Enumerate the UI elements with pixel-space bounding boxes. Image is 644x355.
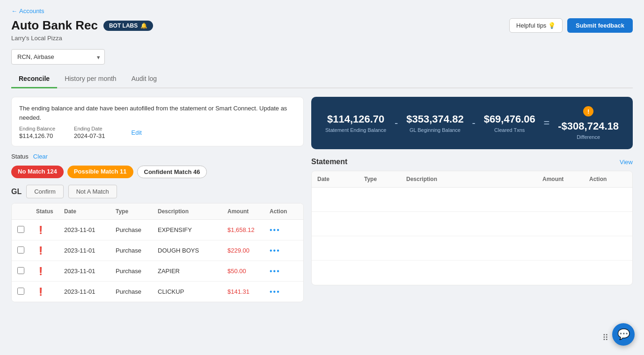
helpful-tips-button[interactable]: Helpful tips 💡 xyxy=(509,18,563,33)
col-status: Status xyxy=(36,208,64,215)
status-label: Status xyxy=(11,153,29,160)
stat-value-statement: $114,126.70 xyxy=(325,113,386,125)
account-dropdown[interactable]: RCN, Airbase xyxy=(11,49,105,65)
stmt-col-amount: Amount xyxy=(542,176,589,182)
tab-history[interactable]: History per month xyxy=(57,70,124,88)
row-type-1: Purchase xyxy=(116,226,158,233)
bot-labs-label: BOT LABS xyxy=(109,22,138,29)
possible-match-badge[interactable]: Possible Match 11 xyxy=(67,166,133,178)
info-message: The ending balance and date have been au… xyxy=(19,104,296,122)
table-row: ❗ 2023-11-01 Purchase ZAPIER $50.00 ••• xyxy=(12,261,303,282)
gl-table: Status Date Type Description Amount Acti… xyxy=(11,203,304,302)
stmt-col-date: Date xyxy=(317,176,364,182)
tab-audit[interactable]: Audit log xyxy=(124,70,164,88)
tab-reconcile[interactable]: Reconcile xyxy=(11,70,57,88)
stat-label-statement: Statement Ending Balance xyxy=(325,127,386,133)
row-desc-3: ZAPIER xyxy=(158,268,227,275)
table-row: ❗ 2023-11-01 Purchase DOUGH BOYS $229.00… xyxy=(12,240,303,261)
stmt-row-2 xyxy=(312,212,632,236)
row-desc-2: DOUGH BOYS xyxy=(158,247,227,254)
stat-label-gl: GL Beginning Balance xyxy=(406,127,463,133)
statement-table: Date Type Description Amount Action xyxy=(311,171,633,285)
error-icon-4: ❗ xyxy=(36,288,45,296)
filter-badges: No Match 124 Possible Match 11 Confident… xyxy=(11,166,304,178)
stat-value-cleared: $69,476.06 xyxy=(484,113,535,125)
more-icon-2[interactable]: ••• xyxy=(270,246,280,254)
bell-icon: 🔔 xyxy=(140,22,147,29)
stmt-col-desc: Description xyxy=(406,176,542,182)
row-checkbox-2[interactable] xyxy=(17,246,24,254)
col-description: Description xyxy=(158,208,227,215)
stmt-table-header: Date Type Description Amount Action xyxy=(312,171,632,188)
row-type-2: Purchase xyxy=(116,247,158,254)
col-action: Action xyxy=(270,208,298,215)
row-desc-1: EXPENSIFY xyxy=(158,226,227,233)
chat-fab-button[interactable]: 💬 xyxy=(612,323,635,346)
stat-difference: ! -$308,724.18 Difference xyxy=(558,106,619,140)
back-link[interactable]: Accounts xyxy=(11,7,44,14)
row-desc-4: CLICKUP xyxy=(158,288,227,295)
no-match-badge[interactable]: No Match 124 xyxy=(11,166,64,178)
bot-labs-badge: BOT LABS 🔔 xyxy=(103,21,153,31)
row-type-4: Purchase xyxy=(116,288,158,295)
info-box: The ending balance and date have been au… xyxy=(11,97,304,146)
row-amount-4: $141.31 xyxy=(227,288,270,295)
equals-sign: = xyxy=(544,117,550,129)
row-amount-1: $1,658.12 xyxy=(227,226,270,233)
more-icon-3[interactable]: ••• xyxy=(270,267,280,275)
gl-label: GL xyxy=(11,188,22,196)
error-icon-3: ❗ xyxy=(36,267,45,275)
col-amount: Amount xyxy=(227,208,270,215)
view-link[interactable]: View xyxy=(620,159,633,166)
stat-value-gl: $353,374.82 xyxy=(406,113,463,125)
stat-statement-ending: $114,126.70 Statement Ending Balance xyxy=(325,113,386,133)
stmt-col-action: Action xyxy=(589,176,627,182)
row-checkbox-4[interactable] xyxy=(17,288,24,295)
row-amount-2: $229.00 xyxy=(227,247,270,254)
more-icon-4[interactable]: ••• xyxy=(270,288,280,296)
separator-1: - xyxy=(395,117,398,129)
error-icon-1: ❗ xyxy=(36,226,45,234)
submit-feedback-button[interactable]: Submit feedback xyxy=(567,18,633,33)
stat-label-diff: Difference xyxy=(558,134,619,140)
row-checkbox-3[interactable] xyxy=(17,267,24,274)
row-checkbox-1[interactable] xyxy=(17,226,24,233)
stmt-row-3 xyxy=(312,236,632,261)
stat-label-cleared: Cleared Txns xyxy=(484,127,535,133)
col-checkbox xyxy=(17,208,36,215)
ending-balance-value: $114,126.70 xyxy=(19,132,53,139)
tabs: Reconcile History per month Audit log xyxy=(11,70,633,88)
warning-icon: ! xyxy=(583,106,593,116)
clear-filter-link[interactable]: Clear xyxy=(33,153,48,160)
grid-icon[interactable]: ⠿ xyxy=(602,333,608,343)
stat-value-diff: -$308,724.18 xyxy=(558,120,619,132)
confirm-button[interactable]: Confirm xyxy=(26,185,64,198)
stmt-row-4 xyxy=(312,261,632,285)
error-icon-2: ❗ xyxy=(36,246,45,254)
separator-2: - xyxy=(472,117,475,129)
row-date-3: 2023-11-01 xyxy=(64,268,116,275)
row-date-2: 2023-11-01 xyxy=(64,247,116,254)
row-date-4: 2023-11-01 xyxy=(64,288,116,295)
row-amount-3: $50.00 xyxy=(227,268,270,275)
col-date: Date xyxy=(64,208,116,215)
company-name: Larry's Local Pizza xyxy=(11,35,633,42)
stats-bar: $114,126.70 Statement Ending Balance - $… xyxy=(311,97,633,149)
ending-date-value: 2024-07-31 xyxy=(74,132,105,139)
page-title: Auto Bank Rec xyxy=(11,18,98,33)
ending-date-label: Ending Date xyxy=(74,126,105,131)
table-row: ❗ 2023-11-01 Purchase EXPENSIFY $1,658.1… xyxy=(12,220,303,240)
edit-link[interactable]: Edit xyxy=(132,129,142,136)
stat-gl-beginning: $353,374.82 GL Beginning Balance xyxy=(406,113,463,133)
stmt-col-type: Type xyxy=(364,176,406,182)
statement-label: Statement xyxy=(311,158,347,166)
not-a-match-button[interactable]: Not A Match xyxy=(68,185,117,198)
col-type: Type xyxy=(116,208,158,215)
ending-balance-label: Ending Balance xyxy=(19,126,55,131)
more-icon-1[interactable]: ••• xyxy=(270,226,280,234)
statement-header: Statement View xyxy=(311,158,633,166)
row-date-1: 2023-11-01 xyxy=(64,226,116,233)
confident-match-badge[interactable]: Confident Match 46 xyxy=(137,166,207,178)
row-type-3: Purchase xyxy=(116,268,158,275)
table-header: Status Date Type Description Amount Acti… xyxy=(12,203,303,220)
